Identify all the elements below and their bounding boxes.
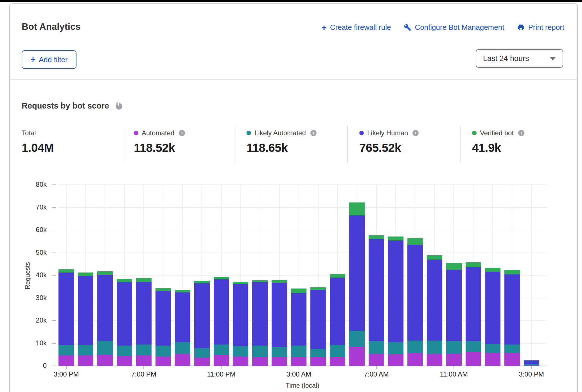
bar-segment[interactable] — [175, 292, 190, 342]
bar-segment[interactable] — [97, 355, 113, 366]
bar-segment[interactable] — [369, 354, 384, 366]
bar-segment[interactable] — [194, 358, 210, 366]
bar-segment[interactable] — [524, 360, 539, 361]
bar-segment[interactable] — [97, 271, 113, 275]
bar-segment[interactable] — [446, 263, 462, 270]
bar-segment[interactable] — [117, 282, 132, 346]
bar-segment[interactable] — [58, 272, 74, 345]
bar-segment[interactable] — [233, 356, 248, 366]
bar-segment[interactable] — [291, 293, 306, 346]
bar-segment[interactable] — [272, 357, 287, 366]
bar-segment[interactable] — [369, 239, 384, 341]
bar-segment[interactable] — [233, 346, 248, 356]
bar-segment[interactable] — [58, 345, 74, 355]
bar-segment[interactable] — [466, 262, 481, 267]
bar-segment[interactable] — [291, 346, 306, 357]
bar-segment[interactable] — [97, 275, 113, 341]
bar-segment[interactable] — [330, 345, 345, 357]
bar-segment[interactable] — [330, 357, 345, 366]
bar-segment[interactable] — [136, 355, 152, 366]
bar-segment[interactable] — [466, 267, 481, 341]
bar-segment[interactable] — [252, 280, 268, 282]
bar-segment[interactable] — [349, 331, 365, 346]
bar-segment[interactable] — [175, 290, 190, 292]
bar-segment[interactable] — [407, 341, 423, 353]
bar-segment[interactable] — [388, 240, 403, 342]
bar-segment[interactable] — [155, 291, 171, 346]
bar-segment[interactable] — [310, 287, 326, 290]
bar-segment[interactable] — [78, 272, 93, 276]
bar-segment[interactable] — [291, 357, 306, 366]
bar-segment[interactable] — [485, 353, 500, 366]
bar-segment[interactable] — [310, 349, 326, 357]
bar-segment[interactable] — [485, 272, 500, 344]
bar-segment[interactable] — [504, 344, 520, 353]
bar-segment[interactable] — [214, 279, 229, 344]
bar-segment[interactable] — [252, 346, 268, 357]
bar-segment[interactable] — [58, 269, 74, 272]
bar-segment[interactable] — [485, 268, 500, 272]
bar-segment[interactable] — [194, 283, 210, 348]
bar-segment[interactable] — [427, 354, 442, 366]
bar-segment[interactable] — [388, 236, 403, 240]
bar-segment[interactable] — [117, 346, 132, 356]
bar-segment[interactable] — [388, 354, 403, 366]
bar-segment[interactable] — [524, 365, 539, 366]
bar-segment[interactable] — [291, 289, 306, 293]
bar-segment[interactable] — [407, 353, 423, 366]
bar-segment[interactable] — [233, 282, 248, 284]
bar-segment[interactable] — [349, 347, 365, 366]
bar-segment[interactable] — [117, 279, 132, 282]
bar-segment[interactable] — [427, 255, 442, 259]
time-range-dropdown[interactable]: Last 24 hours — [476, 49, 563, 68]
bar-segment[interactable] — [155, 288, 171, 291]
bar-segment[interactable] — [194, 348, 210, 358]
info-icon[interactable]: i — [179, 130, 185, 136]
add-filter-button[interactable]: + Add filter — [22, 50, 76, 69]
bar-segment[interactable] — [78, 276, 93, 345]
bar-segment[interactable] — [233, 284, 248, 346]
bar-segment[interactable] — [369, 341, 384, 354]
bar-segment[interactable] — [175, 354, 190, 366]
bar-segment[interactable] — [310, 290, 326, 349]
bar-segment[interactable] — [446, 270, 462, 341]
bar-segment[interactable] — [58, 355, 74, 366]
info-icon[interactable]: i — [412, 130, 419, 136]
bar-segment[interactable] — [117, 356, 132, 366]
bar-segment[interactable] — [504, 353, 520, 366]
bar-segment[interactable] — [407, 245, 423, 341]
bar-segment[interactable] — [214, 355, 229, 366]
bar-segment[interactable] — [136, 278, 152, 281]
bar-segment[interactable] — [310, 357, 326, 366]
bar-segment[interactable] — [136, 344, 152, 355]
bar-segment[interactable] — [78, 355, 93, 366]
bar-segment[interactable] — [155, 346, 171, 357]
bar-segment[interactable] — [252, 282, 268, 346]
bar-segment[interactable] — [504, 270, 520, 274]
bar-segment[interactable] — [214, 277, 229, 279]
bar-segment[interactable] — [272, 347, 287, 357]
bar-segment[interactable] — [155, 357, 171, 366]
bar-segment[interactable] — [485, 344, 500, 353]
bar-segment[interactable] — [272, 280, 287, 283]
bar-segment[interactable] — [524, 364, 539, 365]
bar-segment[interactable] — [349, 215, 365, 331]
bar-segment[interactable] — [78, 345, 93, 355]
bar-segment[interactable] — [524, 361, 539, 364]
bar-segment[interactable] — [330, 278, 345, 345]
bar-segment[interactable] — [252, 357, 268, 366]
bar-segment[interactable] — [427, 341, 442, 354]
bar-segment[interactable] — [194, 281, 210, 283]
bar-segment[interactable] — [349, 202, 365, 215]
bar-segment[interactable] — [369, 235, 384, 239]
bar-segment[interactable] — [466, 352, 481, 366]
bar-segment[interactable] — [407, 238, 423, 245]
info-icon[interactable]: i — [310, 130, 317, 136]
bar-segment[interactable] — [97, 341, 113, 354]
bar-segment[interactable] — [388, 342, 403, 354]
create-firewall-rule-link[interactable]: + Create firewall rule — [321, 23, 391, 32]
bar-segment[interactable] — [504, 274, 520, 344]
bar-segment[interactable] — [427, 260, 442, 341]
bar-segment[interactable] — [446, 353, 462, 366]
bar-segment[interactable] — [175, 342, 190, 354]
